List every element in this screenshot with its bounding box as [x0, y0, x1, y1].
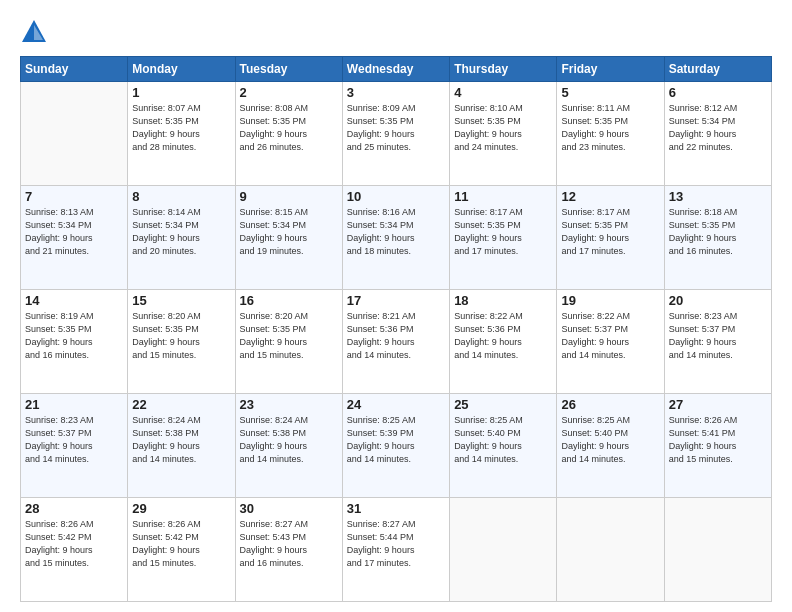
day-info: Sunrise: 8:22 AMSunset: 5:36 PMDaylight:…	[454, 310, 552, 362]
day-info: Sunrise: 8:14 AMSunset: 5:34 PMDaylight:…	[132, 206, 230, 258]
day-number: 19	[561, 293, 659, 308]
day-number: 8	[132, 189, 230, 204]
day-info: Sunrise: 8:23 AMSunset: 5:37 PMDaylight:…	[25, 414, 123, 466]
day-info: Sunrise: 8:09 AMSunset: 5:35 PMDaylight:…	[347, 102, 445, 154]
day-info: Sunrise: 8:24 AMSunset: 5:38 PMDaylight:…	[132, 414, 230, 466]
day-number: 5	[561, 85, 659, 100]
day-number: 28	[25, 501, 123, 516]
day-info: Sunrise: 8:15 AMSunset: 5:34 PMDaylight:…	[240, 206, 338, 258]
logo-icon	[20, 18, 48, 46]
day-number: 17	[347, 293, 445, 308]
calendar-cell: 30Sunrise: 8:27 AMSunset: 5:43 PMDayligh…	[235, 498, 342, 602]
logo	[20, 18, 52, 46]
day-info: Sunrise: 8:07 AMSunset: 5:35 PMDaylight:…	[132, 102, 230, 154]
weekday-header-thursday: Thursday	[450, 57, 557, 82]
day-number: 22	[132, 397, 230, 412]
day-info: Sunrise: 8:08 AMSunset: 5:35 PMDaylight:…	[240, 102, 338, 154]
calendar-cell: 13Sunrise: 8:18 AMSunset: 5:35 PMDayligh…	[664, 186, 771, 290]
calendar-cell: 12Sunrise: 8:17 AMSunset: 5:35 PMDayligh…	[557, 186, 664, 290]
calendar-cell: 11Sunrise: 8:17 AMSunset: 5:35 PMDayligh…	[450, 186, 557, 290]
calendar-cell: 5Sunrise: 8:11 AMSunset: 5:35 PMDaylight…	[557, 82, 664, 186]
day-number: 29	[132, 501, 230, 516]
day-info: Sunrise: 8:13 AMSunset: 5:34 PMDaylight:…	[25, 206, 123, 258]
day-number: 30	[240, 501, 338, 516]
page: SundayMondayTuesdayWednesdayThursdayFrid…	[0, 0, 792, 612]
day-number: 7	[25, 189, 123, 204]
calendar-cell: 31Sunrise: 8:27 AMSunset: 5:44 PMDayligh…	[342, 498, 449, 602]
calendar-cell: 29Sunrise: 8:26 AMSunset: 5:42 PMDayligh…	[128, 498, 235, 602]
day-info: Sunrise: 8:10 AMSunset: 5:35 PMDaylight:…	[454, 102, 552, 154]
weekday-header-tuesday: Tuesday	[235, 57, 342, 82]
day-number: 14	[25, 293, 123, 308]
day-info: Sunrise: 8:20 AMSunset: 5:35 PMDaylight:…	[240, 310, 338, 362]
day-number: 3	[347, 85, 445, 100]
calendar-cell: 6Sunrise: 8:12 AMSunset: 5:34 PMDaylight…	[664, 82, 771, 186]
calendar-cell: 17Sunrise: 8:21 AMSunset: 5:36 PMDayligh…	[342, 290, 449, 394]
day-info: Sunrise: 8:12 AMSunset: 5:34 PMDaylight:…	[669, 102, 767, 154]
calendar-cell: 16Sunrise: 8:20 AMSunset: 5:35 PMDayligh…	[235, 290, 342, 394]
weekday-header-wednesday: Wednesday	[342, 57, 449, 82]
weekday-header-friday: Friday	[557, 57, 664, 82]
calendar-cell: 14Sunrise: 8:19 AMSunset: 5:35 PMDayligh…	[21, 290, 128, 394]
day-info: Sunrise: 8:26 AMSunset: 5:42 PMDaylight:…	[132, 518, 230, 570]
calendar-cell	[557, 498, 664, 602]
calendar-table: SundayMondayTuesdayWednesdayThursdayFrid…	[20, 56, 772, 602]
day-info: Sunrise: 8:11 AMSunset: 5:35 PMDaylight:…	[561, 102, 659, 154]
calendar-cell: 25Sunrise: 8:25 AMSunset: 5:40 PMDayligh…	[450, 394, 557, 498]
calendar-cell: 28Sunrise: 8:26 AMSunset: 5:42 PMDayligh…	[21, 498, 128, 602]
day-number: 4	[454, 85, 552, 100]
day-info: Sunrise: 8:25 AMSunset: 5:39 PMDaylight:…	[347, 414, 445, 466]
weekday-header-row: SundayMondayTuesdayWednesdayThursdayFrid…	[21, 57, 772, 82]
calendar-week-row: 21Sunrise: 8:23 AMSunset: 5:37 PMDayligh…	[21, 394, 772, 498]
day-info: Sunrise: 8:17 AMSunset: 5:35 PMDaylight:…	[561, 206, 659, 258]
day-number: 21	[25, 397, 123, 412]
day-info: Sunrise: 8:16 AMSunset: 5:34 PMDaylight:…	[347, 206, 445, 258]
calendar-cell: 24Sunrise: 8:25 AMSunset: 5:39 PMDayligh…	[342, 394, 449, 498]
calendar-cell: 23Sunrise: 8:24 AMSunset: 5:38 PMDayligh…	[235, 394, 342, 498]
day-info: Sunrise: 8:27 AMSunset: 5:44 PMDaylight:…	[347, 518, 445, 570]
calendar-cell: 1Sunrise: 8:07 AMSunset: 5:35 PMDaylight…	[128, 82, 235, 186]
day-info: Sunrise: 8:17 AMSunset: 5:35 PMDaylight:…	[454, 206, 552, 258]
day-number: 12	[561, 189, 659, 204]
calendar-cell: 4Sunrise: 8:10 AMSunset: 5:35 PMDaylight…	[450, 82, 557, 186]
day-info: Sunrise: 8:25 AMSunset: 5:40 PMDaylight:…	[561, 414, 659, 466]
weekday-header-saturday: Saturday	[664, 57, 771, 82]
day-number: 24	[347, 397, 445, 412]
day-number: 18	[454, 293, 552, 308]
day-info: Sunrise: 8:26 AMSunset: 5:41 PMDaylight:…	[669, 414, 767, 466]
day-number: 27	[669, 397, 767, 412]
calendar-cell: 7Sunrise: 8:13 AMSunset: 5:34 PMDaylight…	[21, 186, 128, 290]
day-number: 2	[240, 85, 338, 100]
day-info: Sunrise: 8:22 AMSunset: 5:37 PMDaylight:…	[561, 310, 659, 362]
calendar-cell: 8Sunrise: 8:14 AMSunset: 5:34 PMDaylight…	[128, 186, 235, 290]
calendar-week-row: 7Sunrise: 8:13 AMSunset: 5:34 PMDaylight…	[21, 186, 772, 290]
day-number: 31	[347, 501, 445, 516]
day-info: Sunrise: 8:19 AMSunset: 5:35 PMDaylight:…	[25, 310, 123, 362]
calendar-cell	[21, 82, 128, 186]
weekday-header-monday: Monday	[128, 57, 235, 82]
calendar-cell: 22Sunrise: 8:24 AMSunset: 5:38 PMDayligh…	[128, 394, 235, 498]
day-number: 20	[669, 293, 767, 308]
day-info: Sunrise: 8:21 AMSunset: 5:36 PMDaylight:…	[347, 310, 445, 362]
day-number: 6	[669, 85, 767, 100]
calendar-cell: 9Sunrise: 8:15 AMSunset: 5:34 PMDaylight…	[235, 186, 342, 290]
day-number: 26	[561, 397, 659, 412]
calendar-cell: 19Sunrise: 8:22 AMSunset: 5:37 PMDayligh…	[557, 290, 664, 394]
day-number: 25	[454, 397, 552, 412]
calendar-week-row: 28Sunrise: 8:26 AMSunset: 5:42 PMDayligh…	[21, 498, 772, 602]
day-number: 13	[669, 189, 767, 204]
calendar-cell: 20Sunrise: 8:23 AMSunset: 5:37 PMDayligh…	[664, 290, 771, 394]
day-info: Sunrise: 8:20 AMSunset: 5:35 PMDaylight:…	[132, 310, 230, 362]
day-number: 9	[240, 189, 338, 204]
day-number: 11	[454, 189, 552, 204]
day-number: 1	[132, 85, 230, 100]
day-number: 16	[240, 293, 338, 308]
day-number: 23	[240, 397, 338, 412]
calendar-cell: 18Sunrise: 8:22 AMSunset: 5:36 PMDayligh…	[450, 290, 557, 394]
day-info: Sunrise: 8:25 AMSunset: 5:40 PMDaylight:…	[454, 414, 552, 466]
calendar-cell: 2Sunrise: 8:08 AMSunset: 5:35 PMDaylight…	[235, 82, 342, 186]
day-info: Sunrise: 8:26 AMSunset: 5:42 PMDaylight:…	[25, 518, 123, 570]
day-info: Sunrise: 8:18 AMSunset: 5:35 PMDaylight:…	[669, 206, 767, 258]
calendar-cell: 21Sunrise: 8:23 AMSunset: 5:37 PMDayligh…	[21, 394, 128, 498]
calendar-cell: 3Sunrise: 8:09 AMSunset: 5:35 PMDaylight…	[342, 82, 449, 186]
